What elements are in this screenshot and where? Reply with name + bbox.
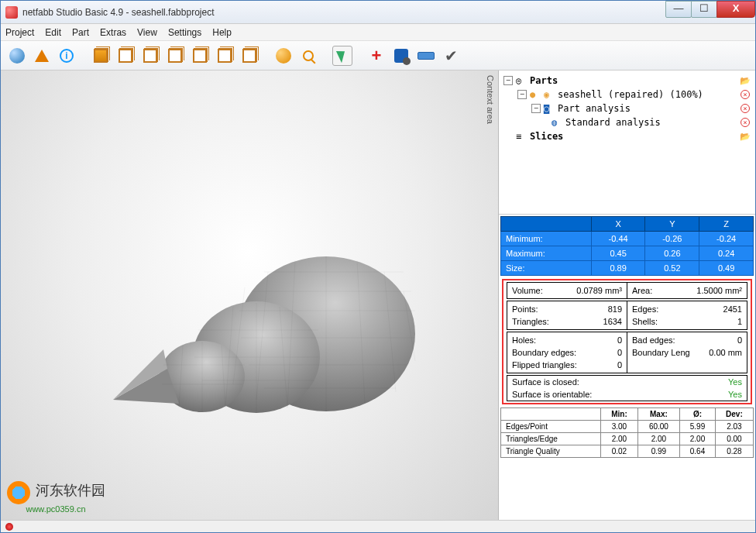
menu-view[interactable]: View <box>137 27 157 38</box>
parts-group-icon: ◎ <box>516 75 527 86</box>
toolbar: i + ✔ <box>1 41 755 70</box>
context-area-label: Context area <box>486 75 495 124</box>
menu-bar: Project Edit Part Extras View Settings H… <box>1 24 755 41</box>
delete-icon[interactable]: × <box>740 89 751 100</box>
delete-icon[interactable]: × <box>740 117 751 128</box>
parts-node[interactable]: Parts <box>530 75 558 86</box>
view-back-icon[interactable] <box>140 46 160 66</box>
menu-help[interactable]: Help <box>212 27 232 38</box>
menu-edit[interactable]: Edit <box>45 27 61 38</box>
world-icon[interactable] <box>7 46 27 66</box>
analysis-node[interactable]: Part analysis <box>558 103 631 114</box>
stats-table: Min:Max:Ø:Dev: Edges/Point3.0060.005.992… <box>500 407 754 458</box>
delete-icon[interactable]: × <box>740 103 751 114</box>
slices-node[interactable]: Slices <box>530 131 563 142</box>
folder-icon[interactable]: 📂 <box>740 131 751 142</box>
viewport-3d[interactable]: Context area <box>1 70 498 520</box>
seashell-mesh[interactable] <box>109 225 419 445</box>
status-indicator-icon <box>5 523 13 531</box>
zoom-icon[interactable] <box>298 46 318 66</box>
menu-settings[interactable]: Settings <box>168 27 201 38</box>
maximize-button[interactable]: ☐ <box>691 1 717 18</box>
tree-expand-icon[interactable]: − <box>503 76 513 85</box>
std-analysis-icon: ◍ <box>552 117 562 128</box>
view-iso-icon[interactable] <box>91 46 111 66</box>
part-node[interactable]: seashell (repaired) (100%) <box>558 89 703 100</box>
watermark: 河东软件园 www.pc0359.cn <box>7 481 105 514</box>
menu-part[interactable]: Part <box>72 27 89 38</box>
right-panel: − ◎ Parts 📂 − ● ◉ seashell (repaired) (1… <box>498 70 755 520</box>
status-bar <box>1 520 755 532</box>
dim-header-x: X <box>591 217 645 232</box>
app-icon <box>5 6 18 19</box>
analysis-icon[interactable] <box>391 46 411 66</box>
dim-header-z: Z <box>699 217 754 232</box>
menu-project[interactable]: Project <box>5 27 34 38</box>
parts-tree[interactable]: − ◎ Parts 📂 − ● ◉ seashell (repaired) (1… <box>499 70 755 215</box>
window-title: netfabb Studio Basic 4.9 - seashell.fabb… <box>22 7 215 18</box>
eye-icon[interactable]: ◉ <box>544 89 555 100</box>
view-front-icon[interactable] <box>115 46 136 66</box>
select-icon[interactable] <box>332 46 352 66</box>
measure-icon[interactable] <box>416 46 436 66</box>
view-right-icon[interactable] <box>190 46 210 66</box>
folder-icon[interactable]: 📂 <box>740 75 751 86</box>
watermark-logo-icon <box>7 481 30 504</box>
view-bottom-icon[interactable] <box>239 46 259 66</box>
std-analysis-node[interactable]: Standard analysis <box>565 117 661 128</box>
view-top-icon[interactable] <box>215 46 235 66</box>
tree-expand-icon[interactable]: − <box>531 104 541 113</box>
analysis-node-icon: ◙ <box>544 103 555 114</box>
render-icon[interactable] <box>273 46 294 66</box>
close-button[interactable]: X <box>716 1 755 18</box>
visibility-icon[interactable]: ● <box>530 89 541 100</box>
tree-expand-icon[interactable]: − <box>517 90 527 99</box>
slices-icon: ≡ <box>516 131 527 142</box>
analysis-panel: X Y Z Minimum:-0.44-0.26-0.24 Maximum:0.… <box>499 215 755 520</box>
pyramid-icon[interactable] <box>32 46 52 66</box>
info-icon[interactable]: i <box>57 46 77 66</box>
menu-extras[interactable]: Extras <box>100 27 126 38</box>
dim-header-y: Y <box>645 217 699 232</box>
title-bar: netfabb Studio Basic 4.9 - seashell.fabb… <box>1 1 755 24</box>
check-icon[interactable]: ✔ <box>441 46 461 66</box>
dimensions-table: X Y Z Minimum:-0.44-0.26-0.24 Maximum:0.… <box>500 216 754 276</box>
repair-icon[interactable]: + <box>366 46 387 66</box>
minimize-button[interactable]: — <box>665 1 692 18</box>
view-left-icon[interactable] <box>165 46 185 66</box>
mesh-info-box: Volume:0.0789 mm³ Area:1.5000 mm² Points… <box>502 279 752 404</box>
